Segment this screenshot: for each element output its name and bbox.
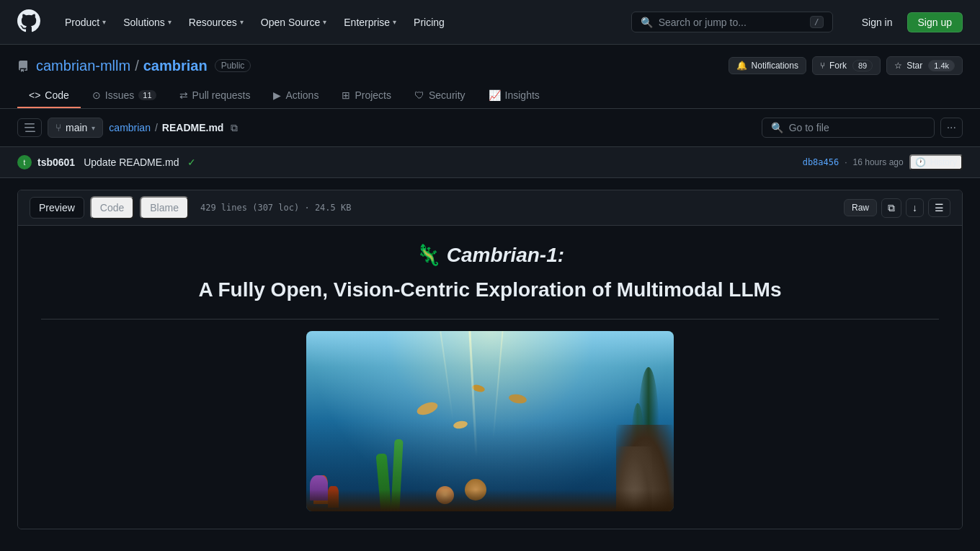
tab-security-label: Security — [429, 89, 466, 101]
tab-actions-label: Actions — [285, 89, 318, 101]
file-meta: 429 lines (307 loc) · 24.5 KB — [200, 203, 352, 213]
file-tab-code[interactable]: Code — [90, 196, 134, 219]
commit-message: Update README.md — [84, 157, 179, 168]
commit-check-icon: ✓ — [187, 157, 196, 168]
tab-security[interactable]: 🛡 Security — [403, 84, 477, 108]
fork-label: Fork — [829, 61, 847, 71]
tab-code-label: Code — [45, 89, 68, 101]
repo-actions: 🔔 Notifications ⑂ Fork 89 ☆ Star 1.4k — [729, 56, 963, 75]
file-actions: Raw ⧉ ↓ ☰ — [844, 198, 950, 218]
repo-owner-link[interactable]: cambrian-mllm — [36, 58, 130, 74]
file-tab-preview[interactable]: Preview — [30, 197, 84, 219]
notifications-button[interactable]: 🔔 Notifications — [729, 57, 806, 74]
sidebar-toggle-button[interactable] — [17, 118, 42, 137]
file-browser-header: ⑂ main ▾ cambrian / README.md ⧉ 🔍 Go to … — [0, 109, 980, 147]
tab-insights[interactable]: 📈 Insights — [477, 84, 551, 108]
fork-button[interactable]: ⑂ Fork 89 — [812, 56, 881, 75]
nav-item-product[interactable]: Product ▾ — [58, 12, 113, 32]
readme-image — [306, 331, 674, 511]
file-header-right: 🔍 Go to file ··· — [762, 118, 963, 138]
copy-file-button[interactable]: ⧉ — [881, 198, 901, 218]
commit-hash[interactable]: db8a456 — [803, 157, 839, 167]
nav-items: Product ▾ Solutions ▾ Resources ▾ Open S… — [58, 12, 620, 32]
search-box[interactable]: 🔍 Search or jump to... / — [631, 12, 833, 32]
nav-enterprise-label: Enterprise — [344, 17, 390, 28]
download-button[interactable]: ↓ — [906, 198, 924, 217]
commit-right: db8a456 · 16 hours ago 🕐 History — [803, 154, 963, 170]
visibility-badge: Public — [215, 59, 251, 72]
tab-pullrequests[interactable]: ⇄ Pull requests — [168, 84, 262, 108]
repo-header: cambrian-mllm / cambrian Public 🔔 Notifi… — [0, 45, 980, 109]
search-placeholder: Search or jump to... — [659, 17, 804, 28]
history-icon: 🕐 — [915, 157, 926, 167]
nav-item-enterprise[interactable]: Enterprise ▾ — [337, 12, 404, 32]
signup-button[interactable]: Sign up — [907, 12, 963, 32]
fork-icon: ⑂ — [820, 61, 825, 71]
breadcrumb-repo-link[interactable]: cambrian — [109, 122, 151, 133]
go-to-file-placeholder: Go to file — [789, 122, 829, 133]
bell-icon: 🔔 — [736, 61, 747, 71]
raw-button[interactable]: Raw — [844, 199, 877, 216]
commit-time: 16 hours ago — [853, 157, 904, 167]
actions-icon: ▶ — [273, 89, 281, 101]
star-icon: ☆ — [894, 61, 902, 71]
repo-icon — [17, 59, 29, 71]
commit-author[interactable]: tsb0601 — [37, 157, 75, 168]
more-options-icon: ··· — [947, 121, 956, 134]
ocean-scene — [306, 331, 674, 511]
search-shortcut: / — [810, 16, 824, 28]
copy-path-button[interactable]: ⧉ — [228, 119, 241, 137]
go-to-file-input[interactable]: 🔍 Go to file — [762, 118, 935, 138]
readme-title-colon: : — [558, 244, 564, 266]
nav-item-solutions[interactable]: Solutions ▾ — [116, 12, 179, 32]
nav-opensource-chevron: ▾ — [323, 18, 326, 26]
nav-resources-label: Resources — [189, 17, 237, 28]
star-button[interactable]: ☆ Star 1.4k — [886, 56, 963, 75]
nav-pricing-label: Pricing — [414, 17, 445, 28]
code-icon: <> — [29, 89, 40, 101]
star-label: Star — [906, 61, 922, 71]
repo-title-row: cambrian-mllm / cambrian Public 🔔 Notifi… — [17, 56, 963, 75]
tab-actions[interactable]: ▶ Actions — [262, 84, 330, 108]
breadcrumb: cambrian / README.md ⧉ — [109, 119, 241, 137]
history-button[interactable]: 🕐 History — [909, 154, 963, 170]
tab-insights-label: Insights — [505, 89, 540, 101]
tab-projects[interactable]: ⊞ Projects — [330, 84, 403, 108]
nav-item-resources[interactable]: Resources ▾ — [182, 12, 251, 32]
repo-name-link[interactable]: cambrian — [143, 58, 208, 74]
file-view-header: Preview Code Blame 429 lines (307 loc) ·… — [18, 190, 962, 226]
fork-count: 89 — [852, 60, 873, 71]
nav-item-opensource[interactable]: Open Source ▾ — [254, 12, 334, 32]
avatar: t — [17, 155, 32, 169]
more-options-button[interactable]: ··· — [940, 118, 963, 138]
readme-title-text: Cambrian-1 — [447, 244, 558, 266]
nav-product-label: Product — [65, 17, 99, 28]
nav-auth: Sign in Sign up — [856, 12, 963, 32]
history-label: History — [930, 157, 957, 167]
nav-product-chevron: ▾ — [102, 18, 106, 26]
issue-icon: ⊙ — [92, 89, 101, 101]
branch-chevron-icon: ▾ — [92, 124, 95, 132]
nav-item-pricing[interactable]: Pricing — [406, 12, 452, 32]
branch-selector[interactable]: ⑂ main ▾ — [48, 118, 103, 138]
readme-image-container — [41, 331, 939, 511]
file-view: Preview Code Blame 429 lines (307 loc) ·… — [17, 190, 963, 529]
nav-opensource-label: Open Source — [261, 17, 321, 28]
projects-icon: ⊞ — [342, 89, 350, 101]
file-tab-blame[interactable]: Blame — [140, 196, 189, 219]
readme-title-emoji: 🦎 — [416, 244, 441, 266]
readme-subtitle: A Fully Open, Vision-Centric Exploration… — [41, 278, 939, 301]
branch-name: main — [66, 122, 87, 133]
github-logo[interactable] — [17, 9, 40, 35]
repo-tabs: <> Code ⊙ Issues 11 ⇄ Pull requests ▶ Ac… — [17, 84, 963, 108]
avatar-initials: t — [24, 159, 26, 167]
tab-issues[interactable]: ⊙ Issues 11 — [81, 84, 168, 108]
nav-solutions-label: Solutions — [123, 17, 165, 28]
pr-icon: ⇄ — [179, 89, 188, 101]
signin-link[interactable]: Sign in — [856, 12, 899, 32]
tab-code[interactable]: <> Code — [17, 84, 81, 108]
search-icon: 🔍 — [641, 17, 653, 28]
outline-button[interactable]: ☰ — [928, 198, 950, 217]
breadcrumb-file: README.md — [162, 122, 224, 133]
nav-solutions-chevron: ▾ — [168, 18, 172, 26]
